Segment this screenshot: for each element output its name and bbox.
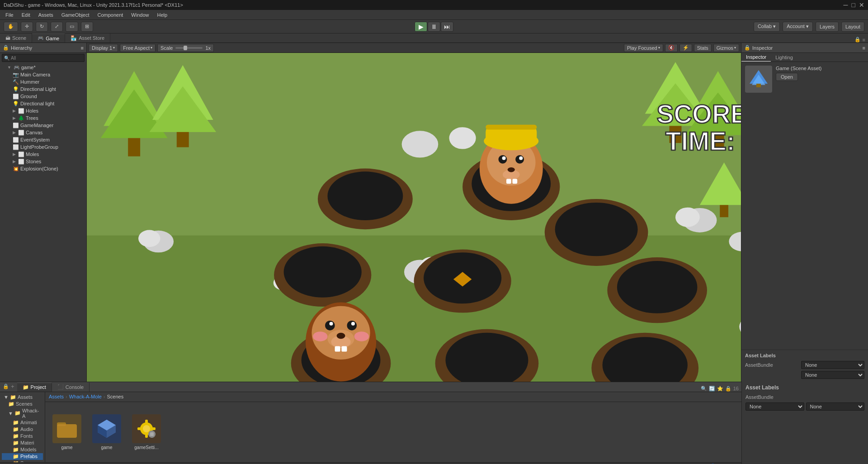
inspector-lock-icon[interactable]: 🔒 [744,45,750,51]
asset-labels-title: Asset Labels [745,353,864,358]
layout-btn[interactable]: Layout [841,22,864,32]
project-content: ▼ 📁 Assets 📁 Scenes ▼ 📁 Whack-A 📁 [0,392,741,462]
tree-item-lightprobe[interactable]: ⬜ LightProbeGroup [0,143,86,151]
asset-breadcrumb: Assets › Whack-A-Mole › Scenes [45,392,741,402]
move-tool-btn[interactable]: ✛ [21,22,33,32]
svg-point-40 [502,156,506,160]
collab-btn[interactable]: Collab ▾ [754,22,780,32]
assetbundle-var-select[interactable]: None [806,402,865,411]
vsync-btn[interactable]: ⚡ [679,44,692,52]
rotate-tool-btn[interactable]: ↻ [36,22,48,32]
tree-item-gamemanager[interactable]: ⬜ GameManager [0,122,86,129]
folder-animati[interactable]: 📁 Animati [2,419,43,426]
game-canvas[interactable]: SCORE: 40 TIME: 23 [87,53,741,382]
window-controls[interactable]: ─ □ ✕ [844,1,864,9]
breadcrumb-scenes[interactable]: Scenes [107,394,123,399]
rect-tool-btn[interactable]: ▭ [66,22,78,32]
play-focused-btn[interactable]: Play Focused ▾ [624,44,663,52]
tree-item-ground[interactable]: ⬜ Ground [0,93,86,100]
stats-btn[interactable]: Stats [694,44,712,52]
menu-file[interactable]: File [2,11,17,19]
folder-prefabs[interactable]: 📁 Prefabs [2,453,43,460]
assets-root[interactable]: ▼ 📁 Assets [2,394,43,401]
menu-help[interactable]: Help [153,11,171,19]
assetbundle-val-select[interactable]: None [745,402,804,411]
folder-models[interactable]: 📁 Models [2,446,43,453]
open-asset-btn[interactable]: Open [776,73,798,81]
tab-asset-store[interactable]: 🏪 Asset Store [65,33,110,43]
hand-tool-btn[interactable]: ✋ [4,22,18,32]
folder-scenes[interactable]: 📁 Scenes [2,401,43,407]
asset-item-folder[interactable]: game [51,412,83,452]
account-btn[interactable]: Account ▾ [783,22,813,32]
scene-menu-icon[interactable]: ≡ [863,37,865,43]
mute-btn[interactable]: 🔇 [665,44,678,52]
transform-tool-btn[interactable]: ⊞ [81,22,93,32]
hierarchy-lock-icon[interactable]: 🔒 [3,45,9,51]
step-button[interactable]: ⏭ [441,22,453,32]
tab-project[interactable]: 📁 Project [17,383,52,392]
menu-edit[interactable]: Edit [18,11,34,19]
scale-tool-btn[interactable]: ⤢ [51,22,63,32]
layers-btn[interactable]: Layers [816,22,839,32]
gm-icon: ⬜ [13,123,19,128]
asset-item-scene[interactable]: game [90,412,123,452]
menu-gameobject[interactable]: GameObject [58,11,93,19]
game-display-btn[interactable]: Display 1 ▾ [89,44,118,52]
game-scale-btn[interactable]: Scale 1x [157,44,214,52]
holes-icon: ⬜ [18,108,24,114]
tree-item-trees[interactable]: ▶ 🌲 Trees [0,114,86,122]
game-aspect-btn[interactable]: Free Aspect ▾ [120,44,156,52]
game-view-panel: Display 1 ▾ Free Aspect ▾ Scale 1x Play … [87,43,741,382]
pause-button[interactable]: ⏸ [428,22,440,32]
maximize-btn[interactable]: □ [852,1,855,9]
menu-assets[interactable]: Assets [35,11,57,19]
play-button[interactable]: ▶ [415,22,427,32]
tree-item-canvas[interactable]: ▶ ⬜ Canvas [0,129,86,136]
tree-item-dir-light[interactable]: 💡 Directional Light [0,85,86,93]
tree-item-explosion[interactable]: 💥 Explosion(Clone) [0,165,86,172]
menu-window[interactable]: Window [127,11,152,19]
inspector-tab-inspector[interactable]: Inspector [741,53,771,62]
tab-scene[interactable]: 🏔 Scene [0,33,32,43]
assetbundle-select[interactable]: None [801,361,864,369]
inspector-menu-icon[interactable]: ≡ [863,45,865,51]
expand-arrow: ▼ [7,65,11,70]
tree-item-stones[interactable]: ▶ ⬜ Stones [0,158,86,165]
folder-fonts[interactable]: 📁 Fonts [2,433,43,440]
hierarchy-menu-icon[interactable]: ≡ [81,45,84,51]
star-icon[interactable]: ⭐ [717,386,723,392]
tree-item-main-camera[interactable]: 📷 Main Camera [0,71,86,78]
tab-console[interactable]: ⬛ Console [52,383,90,392]
gizmos-btn[interactable]: Gizmos ▾ [713,44,739,52]
tree-item-game[interactable]: ▼ 🎮 game* [0,64,86,71]
tree-item-moles[interactable]: ▶ ⬜ Moles [0,151,86,158]
folder-audio[interactable]: 📁 Audio [2,426,43,433]
folder-materi[interactable]: 📁 Materi [2,440,43,446]
inspector-tab-lighting[interactable]: Lighting [771,53,797,62]
tree-item-dir-light2[interactable]: 💡 Directional light [0,100,86,107]
game-icon: 🎮 [38,35,44,41]
minimize-btn[interactable]: ─ [844,1,848,9]
menu-component[interactable]: Component [94,11,127,19]
assetbundle-variant-select[interactable]: None [801,371,864,379]
svg-text:SCORE: 40: SCORE: 40 [656,100,741,128]
search-icon-bottom[interactable]: 🔍 [701,386,707,392]
game-scene-svg: SCORE: 40 TIME: 23 [87,53,741,382]
tab-game[interactable]: 🎮 Game [32,33,65,43]
tree-item-hummer[interactable]: 🔨 Hummer [0,78,86,85]
refresh-icon[interactable]: 🔄 [709,386,715,392]
tree-item-eventsystem[interactable]: ⬜ EventSystem [0,136,86,143]
breadcrumb-whack[interactable]: Whack-A-Mole [69,394,102,399]
hierarchy-header: 🔒 Hierarchy ≡ [0,43,86,53]
add-btn[interactable]: + [11,383,14,390]
settings-thumb [132,414,161,443]
asset-item-settings[interactable]: gameSetti... [130,412,163,452]
breadcrumb-assets[interactable]: Assets [49,394,64,399]
hierarchy-search-bar[interactable]: 🔍 All [2,54,85,62]
tree-item-holes[interactable]: ▶ ⬜ Holes [0,107,86,114]
lock-icon-bottom[interactable]: 🔒 [725,386,731,392]
folder-whack[interactable]: ▼ 📁 Whack-A [2,407,43,419]
close-btn[interactable]: ✕ [859,1,864,9]
console-icon: ⬛ [57,384,64,390]
